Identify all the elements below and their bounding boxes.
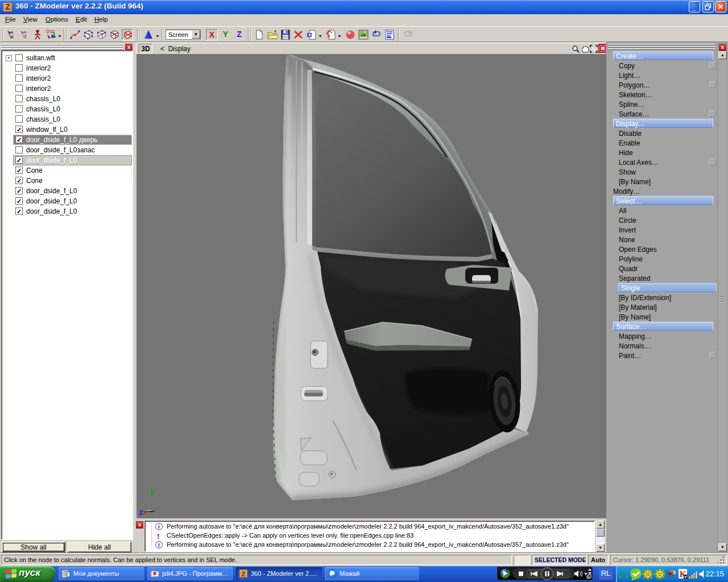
svg-text:!: !: [693, 575, 693, 578]
svg-text:y: y: [150, 487, 155, 496]
svg-text:Z: Z: [241, 570, 246, 578]
svg-text:x: x: [143, 509, 147, 516]
